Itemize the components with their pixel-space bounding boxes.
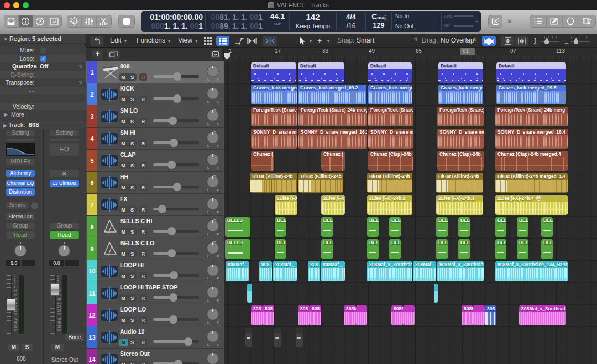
svg-text:?: ?	[38, 19, 41, 24]
